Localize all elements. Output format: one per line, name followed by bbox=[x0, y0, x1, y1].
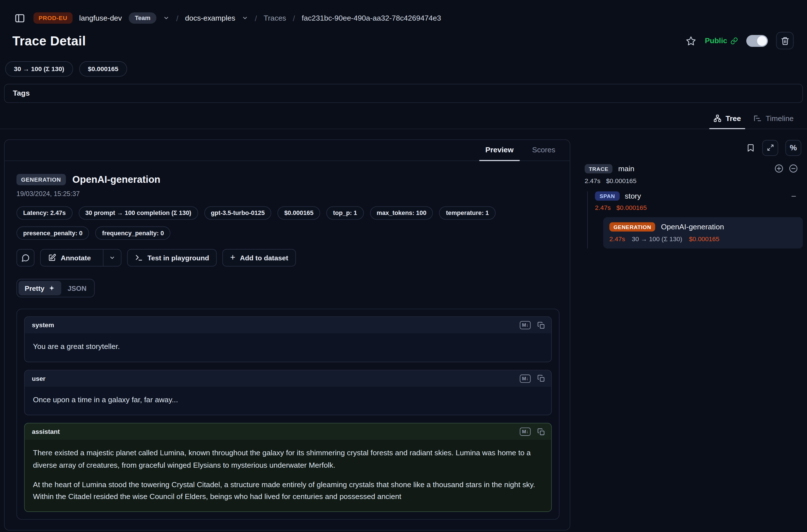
trace-cost: $0.000165 bbox=[606, 177, 637, 185]
breadcrumb-bar: PROD-EU langfuse-dev Team / docs-example… bbox=[0, 0, 807, 27]
observation-card: Preview Scores GENERATION OpenAI-generat… bbox=[4, 139, 570, 531]
message-content: Once upon a time in a galaxy far, far aw… bbox=[25, 387, 551, 415]
sparkles-icon bbox=[49, 285, 55, 292]
generation-tokens: 30 → 100 (Σ 130) bbox=[632, 235, 682, 243]
markdown-toggle-button[interactable]: M↓ bbox=[520, 428, 531, 436]
message-paragraph: There existed a majestic planet called L… bbox=[33, 448, 543, 471]
trace-name: main bbox=[618, 165, 634, 173]
message-header: user M↓ bbox=[25, 370, 551, 387]
generation-header: GENERATION OpenAI-generation bbox=[16, 174, 559, 185]
public-link[interactable]: Public bbox=[705, 37, 738, 45]
message-system: system M↓ You are a g bbox=[24, 317, 552, 362]
delete-trace-button[interactable] bbox=[776, 32, 794, 49]
format-json-segment[interactable]: JSON bbox=[61, 281, 93, 295]
token-usage-pill: 30 prompt → 100 completion (Σ 130) bbox=[79, 206, 198, 220]
trace-summary-row: 30 → 100 (Σ 130) $0.000165 bbox=[0, 61, 807, 77]
test-in-playground-label: Test in playground bbox=[148, 254, 209, 262]
bookmark-node-button[interactable] bbox=[746, 143, 755, 152]
header-actions: Public bbox=[686, 32, 793, 49]
add-to-dataset-button[interactable]: + Add to dataset bbox=[222, 249, 296, 267]
frequency-penalty-pill: frequency_penalty: 0 bbox=[95, 227, 170, 240]
collapse-node-button[interactable]: − bbox=[791, 192, 796, 200]
format-pretty-label: Pretty bbox=[25, 284, 44, 292]
sidebar-toggle-button[interactable] bbox=[13, 11, 27, 25]
trash-icon bbox=[781, 36, 789, 45]
message-role-label: system bbox=[32, 322, 54, 329]
message-role-label: user bbox=[32, 375, 45, 382]
message-paragraph: At the heart of Lumina stood the towerin… bbox=[33, 479, 543, 503]
tree-node-generation-selected[interactable]: GENERATION OpenAI-generation 2.47s 30 → … bbox=[603, 217, 803, 248]
breadcrumb-separator: / bbox=[176, 14, 178, 22]
message-header: assistant M↓ bbox=[25, 423, 551, 440]
format-pretty-segment[interactable]: Pretty bbox=[19, 281, 61, 295]
message-paragraph: You are a great storyteller. bbox=[33, 341, 543, 353]
org-switcher-chevron[interactable] bbox=[163, 15, 170, 21]
page-title: Trace Detail bbox=[13, 33, 86, 48]
temperature-pill: temperature: 1 bbox=[439, 206, 495, 220]
view-tabs: Tree Timeline bbox=[0, 110, 807, 129]
markdown-toggle-button[interactable]: M↓ bbox=[520, 321, 531, 329]
annotate-dropdown-chevron[interactable] bbox=[103, 250, 121, 266]
markdown-toggle-button[interactable]: M↓ bbox=[520, 374, 531, 383]
star-icon bbox=[686, 35, 696, 46]
trace-metrics: 2.47s $0.000165 bbox=[585, 177, 803, 185]
page-header: Trace Detail Public bbox=[0, 27, 807, 49]
breadcrumb-project[interactable]: docs-examples bbox=[185, 14, 235, 22]
public-toggle[interactable] bbox=[746, 35, 768, 46]
tree-node-span[interactable]: SPAN story − bbox=[595, 192, 803, 201]
token-usage-pill: 30 → 100 (Σ 130) bbox=[5, 61, 73, 77]
bookmark-icon bbox=[746, 143, 755, 152]
span-latency: 2.47s bbox=[595, 204, 611, 212]
tab-preview[interactable]: Preview bbox=[476, 140, 523, 160]
breadcrumb-org[interactable]: langfuse-dev bbox=[79, 14, 122, 22]
generation-node-row: GENERATION OpenAI-generation bbox=[609, 222, 797, 232]
percent-icon: % bbox=[790, 143, 797, 152]
tags-box[interactable]: Tags bbox=[4, 84, 803, 103]
copy-button[interactable] bbox=[537, 375, 545, 382]
plus-icon: + bbox=[230, 253, 235, 262]
format-toggle: Pretty JSON bbox=[16, 279, 95, 298]
model-pill: gpt-3.5-turbo-0125 bbox=[204, 206, 271, 220]
tree-node-trace[interactable]: TRACE main bbox=[585, 164, 803, 173]
span-metrics: 2.47s $0.000165 bbox=[595, 204, 803, 212]
tab-timeline[interactable]: Timeline bbox=[747, 110, 800, 129]
message-assistant: assistant M↓ There ex bbox=[24, 423, 552, 512]
tab-scores[interactable]: Scores bbox=[523, 140, 565, 160]
metrics-toggle-button[interactable]: % bbox=[785, 140, 801, 156]
copy-icon bbox=[537, 321, 545, 329]
comment-icon bbox=[21, 253, 30, 262]
generation-title: OpenAI-generation bbox=[72, 174, 160, 185]
expand-all-button[interactable] bbox=[774, 164, 784, 173]
span-badge: SPAN bbox=[595, 192, 620, 201]
copy-icon bbox=[537, 375, 545, 382]
tab-tree-label: Tree bbox=[726, 114, 741, 122]
copy-icon bbox=[537, 428, 545, 436]
message-role-label: assistant bbox=[32, 428, 60, 436]
add-to-dataset-label: Add to dataset bbox=[240, 254, 288, 262]
generation-cost: $0.000165 bbox=[689, 235, 719, 243]
tree-icon bbox=[713, 114, 721, 122]
expand-icon bbox=[767, 144, 774, 151]
breadcrumb-separator: / bbox=[255, 14, 257, 22]
environment-badge: PROD-EU bbox=[34, 13, 73, 24]
bookmark-star-button[interactable] bbox=[686, 35, 696, 46]
circle-plus-icon bbox=[774, 164, 784, 173]
span-name: story bbox=[625, 192, 641, 200]
tree-body: TRACE main bbox=[577, 164, 803, 248]
annotate-button[interactable]: Annotate bbox=[41, 250, 98, 266]
breadcrumb-traces-link[interactable]: Traces bbox=[264, 14, 286, 22]
project-switcher-chevron[interactable] bbox=[242, 15, 248, 21]
max-tokens-pill: max_tokens: 100 bbox=[370, 206, 433, 220]
top-p-pill: top_p: 1 bbox=[326, 206, 364, 220]
copy-button[interactable] bbox=[537, 321, 545, 329]
toggle-knob bbox=[757, 36, 767, 46]
comment-button[interactable] bbox=[16, 249, 34, 267]
message-header-actions: M↓ bbox=[520, 428, 545, 436]
tab-tree[interactable]: Tree bbox=[707, 110, 747, 129]
copy-button[interactable] bbox=[537, 428, 545, 436]
collapse-all-button[interactable] bbox=[788, 164, 798, 173]
message-content: You are a great storyteller. bbox=[25, 334, 551, 362]
test-in-playground-button[interactable]: Test in playground bbox=[127, 249, 217, 267]
tree-expand-controls bbox=[774, 164, 798, 173]
expand-view-button[interactable] bbox=[762, 140, 778, 156]
